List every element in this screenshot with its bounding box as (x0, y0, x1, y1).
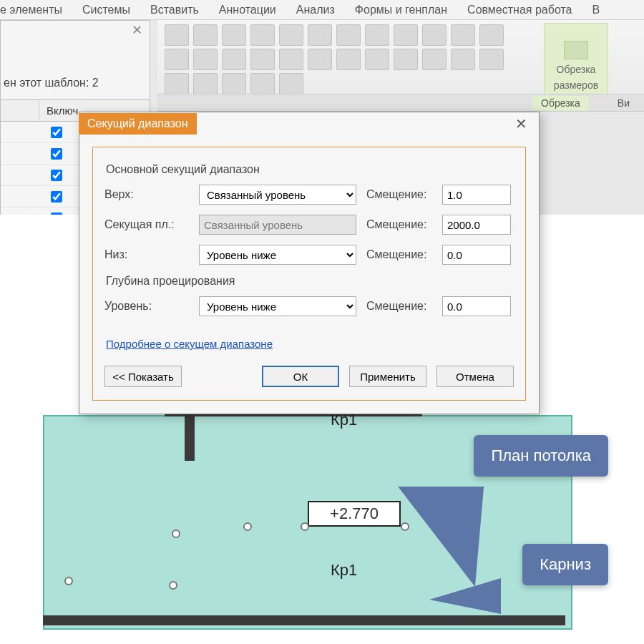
label-bottom: Низ: (104, 248, 189, 261)
row-bottom: Низ: Уровень ниже Смещение: (104, 245, 514, 265)
menu-item[interactable]: Вставить (150, 4, 199, 16)
row-cut: Секущая пл.: Связанный уровень Смещение: (104, 215, 514, 235)
label-level: Уровень: (104, 300, 189, 313)
ribbon-tool-icon[interactable] (279, 73, 303, 94)
callout-pointer (378, 487, 484, 587)
ribbon-tool-icon[interactable] (308, 24, 332, 46)
menu-item[interactable]: Системы (82, 4, 130, 16)
filter-checkbox[interactable] (51, 170, 62, 181)
input-cut-offset[interactable] (442, 215, 511, 235)
filter-checkbox[interactable] (51, 191, 62, 203)
ribbon-tool-icon[interactable] (394, 24, 418, 46)
input-top-offset[interactable] (442, 185, 511, 205)
plan-wall-thick (185, 415, 195, 461)
main-menu-bar: е элементы Системы Вставить Аннотации Ан… (0, 0, 644, 20)
point-icon (64, 577, 73, 585)
label-offset: Смещение: (366, 188, 432, 201)
callout-pointer (422, 578, 501, 614)
menu-item[interactable]: Аннотации (219, 4, 276, 16)
select-cut-disabled: Связанный уровень (199, 215, 356, 235)
label-offset: Смещение: (366, 248, 432, 261)
select-level[interactable]: Уровень ниже (199, 296, 356, 316)
menu-item[interactable]: Совместная работа (467, 4, 572, 16)
ribbon-tool-icon[interactable] (365, 49, 389, 70)
ribbon-tool-icon[interactable] (193, 24, 218, 46)
ribbon-tool-icon[interactable] (279, 49, 303, 70)
row-level: Уровень: Уровень ниже Смещение: (104, 296, 514, 316)
cancel-button[interactable]: Отмена (436, 366, 514, 387)
filter-checkbox[interactable] (51, 127, 62, 138)
ribbon-tool-icon[interactable] (250, 73, 275, 94)
menu-item[interactable]: Формы и генплан (355, 4, 447, 16)
ribbon-tool-icon[interactable] (451, 49, 475, 70)
plan-wall-thick (43, 615, 565, 625)
point-icon (172, 530, 180, 538)
ribbon: Обрезка размеров Обрезка Ви (157, 20, 644, 112)
ribbon-crop-label2: размеров (554, 79, 598, 91)
input-level-offset[interactable] (442, 296, 511, 316)
ribbon-group-label: Обрезка (532, 96, 589, 110)
ribbon-tool-icon[interactable] (279, 24, 303, 46)
view-range-dialog: Секущий диапазон ✕ Основной секущий диап… (79, 112, 540, 414)
crop-icon (564, 41, 588, 59)
label-top: Верх: (104, 188, 189, 201)
template-applied-label: ен этот шаблон: 2 (1, 39, 150, 99)
dialog-title-bar[interactable]: Секущий диапазон ✕ (79, 112, 539, 135)
ok-button[interactable]: ОК (262, 366, 339, 387)
ribbon-tool-icon[interactable] (222, 24, 246, 46)
link-more-about-range[interactable]: Подробнее о секущем диапазоне (106, 338, 273, 350)
ribbon-tool-icon[interactable] (479, 24, 504, 46)
input-bottom-offset[interactable] (442, 245, 511, 265)
ribbon-tool-icon[interactable] (250, 49, 275, 70)
group-title-main: Основной секущий диапазон (106, 163, 514, 176)
ribbon-tool-icon[interactable] (365, 24, 389, 46)
ribbon-tool-grid (165, 24, 544, 92)
select-bottom[interactable]: Уровень ниже (199, 245, 356, 265)
ribbon-tool-icon[interactable] (193, 73, 218, 94)
ribbon-group-label: Ви (618, 97, 630, 109)
ribbon-group-labels: Обрезка Ви (157, 94, 644, 111)
label-offset: Смещение: (366, 300, 432, 313)
group-title-depth: Глубина проецирования (106, 275, 514, 288)
row-top: Верх: Связанный уровень Смещение: (104, 185, 514, 205)
ribbon-tool-icon[interactable] (165, 49, 189, 70)
ribbon-tool-icon[interactable] (394, 49, 418, 70)
dialog-title: Секущий диапазон (79, 113, 197, 135)
close-icon[interactable]: ✕ (132, 22, 142, 38)
ribbon-tool-icon[interactable] (193, 49, 218, 70)
menu-item[interactable]: Анализ (296, 4, 335, 16)
ribbon-tool-icon[interactable] (336, 24, 361, 46)
label-cut: Секущая пл.: (104, 218, 189, 231)
label-offset: Смещение: (366, 218, 432, 231)
show-button[interactable]: << Показать (104, 366, 182, 387)
ribbon-tool-icon[interactable] (222, 49, 246, 70)
ribbon-tool-icon[interactable] (308, 49, 332, 70)
callout-cornice: Карниз (522, 544, 608, 585)
ribbon-tool-icon[interactable] (250, 24, 275, 46)
dialog-button-row: << Показать ОК Применить Отмена (104, 366, 514, 387)
ribbon-tool-icon[interactable] (479, 49, 504, 70)
callout-ceiling-plan: План потолка (474, 435, 608, 477)
apply-button[interactable]: Применить (349, 366, 426, 387)
ribbon-tool-icon[interactable] (222, 73, 246, 94)
point-icon (301, 522, 309, 531)
menu-item[interactable]: В (592, 4, 600, 16)
close-icon[interactable]: ✕ (511, 115, 532, 132)
menu-item[interactable]: е элементы (0, 4, 62, 16)
grid-label: Кр1 (331, 561, 357, 580)
ribbon-crop-label1: Обрезка (557, 64, 596, 75)
ribbon-tool-icon[interactable] (165, 24, 189, 46)
ribbon-tool-icon[interactable] (422, 24, 447, 46)
dialog-main-group: Основной секущий диапазон Верх: Связанны… (92, 147, 526, 401)
filter-checkbox[interactable] (51, 148, 62, 160)
point-icon (243, 522, 252, 531)
ribbon-tool-icon[interactable] (336, 49, 361, 70)
point-icon (169, 581, 177, 590)
ribbon-tool-icon[interactable] (451, 24, 475, 46)
select-top[interactable]: Связанный уровень (199, 185, 356, 205)
ribbon-tool-icon[interactable] (422, 49, 447, 70)
ribbon-tool-icon[interactable] (165, 73, 189, 94)
